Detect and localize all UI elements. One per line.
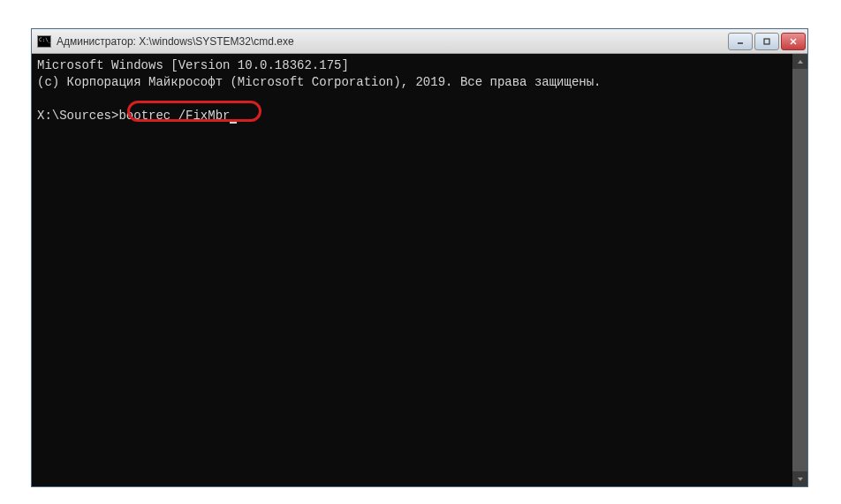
cursor [230,121,237,124]
scroll-thumb[interactable] [792,69,807,471]
window-title: Администратор: X:\windows\SYSTEM32\cmd.e… [57,35,728,48]
maximize-button[interactable] [754,33,779,50]
svg-marker-5 [798,478,803,481]
version-line: Microsoft Windows [Version 10.0.18362.17… [37,58,349,72]
svg-rect-1 [764,39,769,44]
minimize-button[interactable] [728,33,753,50]
prompt: X:\Sources> [37,109,118,123]
typed-command: bootrec /FixMbr [118,109,230,123]
terminal-content: Microsoft Windows [Version 10.0.18362.17… [32,54,807,128]
cmd-window: Администратор: X:\windows\SYSTEM32\cmd.e… [31,28,808,487]
close-button[interactable] [781,33,806,50]
scroll-track[interactable] [792,69,807,471]
titlebar[interactable]: Администратор: X:\windows\SYSTEM32\cmd.e… [32,29,807,54]
window-controls [728,33,806,50]
vertical-scrollbar[interactable] [792,54,807,486]
scroll-down-arrow[interactable] [792,471,807,486]
cmd-icon [37,35,51,48]
scroll-up-arrow[interactable] [792,54,807,69]
terminal-area[interactable]: Microsoft Windows [Version 10.0.18362.17… [32,54,807,486]
copyright-line: (c) Корпорация Майкрософт (Microsoft Cor… [37,75,602,89]
svg-marker-4 [798,60,803,64]
